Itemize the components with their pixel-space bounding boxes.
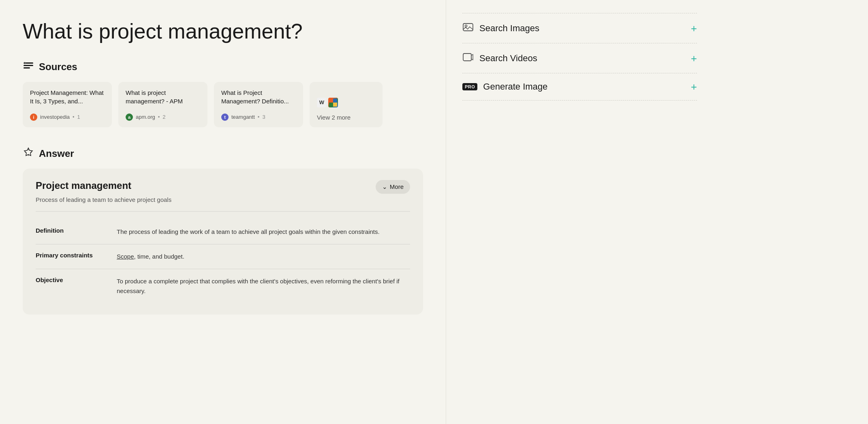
search-images-label: Search Images <box>479 23 539 34</box>
answer-card: Project management ⌄ More Process of lea… <box>23 169 423 315</box>
source-num-1: • <box>73 114 75 120</box>
source-icons-row: W <box>317 98 375 107</box>
more-button-label: More <box>390 183 404 190</box>
svg-rect-9 <box>463 24 473 31</box>
more-button[interactable]: ⌄ More <box>376 180 410 194</box>
answer-section-title: Answer <box>39 148 74 159</box>
chevron-down-icon: ⌄ <box>382 183 387 191</box>
svg-rect-6 <box>333 99 337 103</box>
scope-link[interactable]: Scope <box>117 253 134 260</box>
source-card-1-footer: i investopedia • 1 <box>30 113 105 121</box>
svg-rect-8 <box>333 103 337 107</box>
search-videos-plus-icon: + <box>691 53 697 64</box>
answer-divider <box>36 211 410 212</box>
sources-header: Sources <box>23 60 423 74</box>
answer-header: Answer <box>23 147 423 161</box>
table-row-definition-label: Definition <box>36 220 117 244</box>
constraints-rest: , time, and budget. <box>134 253 184 260</box>
source-domain-3: teamgantt <box>231 114 255 120</box>
source-card-1[interactable]: Project Management: What It Is, 3 Types,… <box>23 82 112 127</box>
search-images-plus-icon: + <box>691 23 697 34</box>
mini-icon-color <box>328 98 338 107</box>
svg-rect-1 <box>24 65 33 66</box>
answer-card-title: Project management <box>36 180 131 191</box>
source-num-2: • <box>158 114 160 120</box>
source-card-2-footer: a apm.org • 2 <box>126 113 200 121</box>
pro-badge: PRO <box>462 83 477 90</box>
right-panel: Search Images + Search Videos + PRO Gene… <box>446 0 713 424</box>
source-card-more[interactable]: W View 2 more <box>310 82 383 127</box>
source-number-1: 1 <box>77 114 80 120</box>
table-row-constraints-value: Scope, time, and budget. <box>117 244 410 269</box>
sources-section-title: Sources <box>39 61 77 73</box>
source-number-3: 3 <box>262 114 265 120</box>
table-row-objective-label: Objective <box>36 269 117 303</box>
source-domain-2: apm.org <box>136 114 155 120</box>
table-row-constraints: Primary constraints Scope, time, and bud… <box>36 244 410 269</box>
main-content: What is project management? Sources Proj… <box>0 0 446 424</box>
source-card-3-title: What is Project Management? Definitio... <box>221 88 296 105</box>
source-card-1-title: Project Management: What It Is, 3 Types,… <box>30 88 105 105</box>
source-favicon-2: a <box>126 113 133 121</box>
svg-point-10 <box>465 25 467 27</box>
source-card-3-footer: t teamgantt • 3 <box>221 113 296 121</box>
generate-image-item[interactable]: PRO Generate Image + <box>462 73 697 101</box>
table-row-definition: Definition The process of leading the wo… <box>36 220 410 244</box>
search-images-left: Search Images <box>462 21 539 35</box>
generate-image-label: Generate Image <box>483 81 547 92</box>
answer-icon <box>23 147 34 161</box>
search-videos-left: Search Videos <box>462 51 537 65</box>
source-favicon-3: t <box>221 113 229 121</box>
answer-card-subtitle: Process of leading a team to achieve pro… <box>36 196 410 203</box>
mini-icon-w: W <box>317 98 327 107</box>
source-favicon-1: i <box>30 113 37 121</box>
video-icon <box>462 51 474 65</box>
source-num-3: • <box>258 114 260 120</box>
source-card-3[interactable]: What is Project Management? Definitio...… <box>214 82 303 127</box>
table-row-objective-value: To produce a complete project that compl… <box>117 269 410 303</box>
search-videos-label: Search Videos <box>479 53 537 64</box>
source-domain-1: investopedia <box>40 114 70 120</box>
image-icon <box>462 21 474 35</box>
svg-rect-11 <box>463 54 471 61</box>
generate-image-plus-icon: + <box>691 81 697 92</box>
source-card-2-title: What is project management? - APM <box>126 88 200 105</box>
view-more-text: View 2 more <box>317 114 375 121</box>
source-card-2[interactable]: What is project management? - APM a apm.… <box>118 82 207 127</box>
search-videos-item[interactable]: Search Videos + <box>462 43 697 73</box>
sources-icon <box>23 60 34 74</box>
svg-rect-2 <box>24 67 30 69</box>
table-row-definition-value: The process of leading the work of a tea… <box>117 220 410 244</box>
sources-grid: Project Management: What It Is, 3 Types,… <box>23 82 423 127</box>
generate-image-left: PRO Generate Image <box>462 81 547 92</box>
source-number-2: 2 <box>162 114 165 120</box>
answer-table: Definition The process of leading the wo… <box>36 220 410 303</box>
answer-card-header: Project management ⌄ More <box>36 180 410 194</box>
answer-section: Answer Project management ⌄ More Process… <box>23 147 423 315</box>
table-row-objective: Objective To produce a complete project … <box>36 269 410 303</box>
table-row-constraints-label: Primary constraints <box>36 244 117 269</box>
svg-rect-7 <box>329 103 333 107</box>
search-images-item[interactable]: Search Images + <box>462 13 697 43</box>
page-title: What is project management? <box>23 19 423 44</box>
svg-rect-5 <box>329 99 333 103</box>
